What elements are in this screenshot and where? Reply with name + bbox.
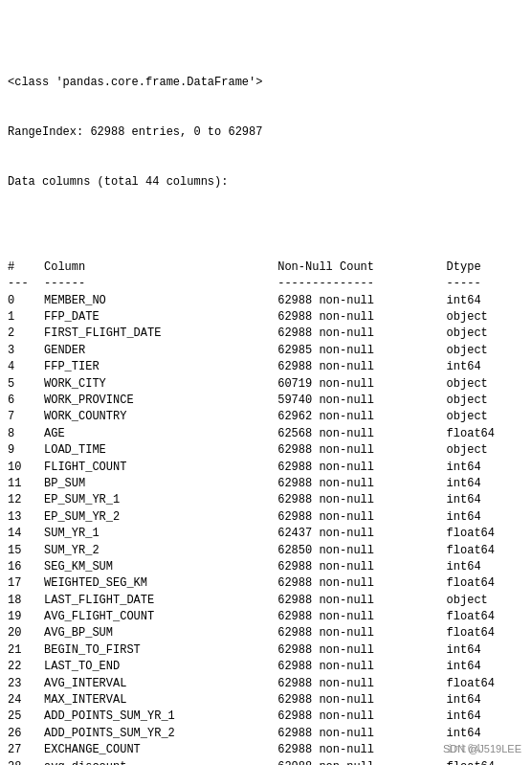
cell-dtype: float64 [447,609,524,625]
cell-index: 10 [8,460,44,476]
cell-non-null-count: 62988 non-null [277,460,446,476]
table-row: 17 WEIGHTED_SEG_KM 62988 non-null float6… [8,575,524,592]
header-line2: RangeIndex: 62988 entries, 0 to 62987 [8,124,524,141]
cell-dtype: float64 [447,575,524,592]
cell-index: 4 [8,359,44,375]
cell-dtype: int64 [447,359,524,375]
cell-column-name: avg_discount [44,759,277,765]
cell-non-null-count: 62988 non-null [277,326,446,342]
cell-dtype: float64 [447,526,524,542]
table-row: 0 MEMBER_NO 62988 non-null int64 [8,293,524,309]
cell-index: 2 [8,326,44,342]
cell-non-null-count: 60719 non-null [277,376,446,393]
cell-index: 8 [8,426,44,442]
cell-column-name: GENDER [44,343,277,359]
table-row: 26 ADD_POINTS_SUM_YR_2 62988 non-null in… [8,726,524,742]
cell-column-name: WORK_PROVINCE [44,393,277,409]
cell-index: 18 [8,593,44,609]
cell-index: 0 [8,293,44,309]
cell-dtype: object [447,442,524,459]
table-row: 25 ADD_POINTS_SUM_YR_1 62988 non-null in… [8,709,524,725]
cell-index: 5 [8,376,44,393]
cell-non-null-count: 62988 non-null [277,676,446,692]
cell-dtype: object [447,326,524,342]
cell-non-null-count: 62988 non-null [277,309,446,326]
cell-column-name: EP_SUM_YR_1 [44,492,277,508]
cell-non-null-count: 62988 non-null [277,659,446,675]
table-row: 24 MAX_INTERVAL 62988 non-null int64 [8,692,524,709]
table-row: 28 avg_discount 62988 non-null float64 [8,759,524,765]
cell-index: 24 [8,692,44,709]
output-container: <class 'pandas.core.frame.DataFrame'> Ra… [8,8,524,765]
cell-column-name: LOAD_TIME [44,442,277,459]
cell-non-null-count: 62988 non-null [277,642,446,659]
cell-non-null-count: 62985 non-null [277,343,446,359]
header-line3: Data columns (total 44 columns): [8,174,524,191]
cell-non-null-count: 62437 non-null [277,526,446,542]
table-row: 8 AGE 62568 non-null float64 [8,426,524,442]
cell-column-name: MEMBER_NO [44,293,277,309]
dataframe-table: # Column Non-Null Count Dtype --- ------… [8,259,524,765]
cell-index: 23 [8,676,44,692]
cell-dtype: int64 [447,726,524,742]
column-headers: # Column Non-Null Count Dtype [8,259,524,276]
cell-non-null-count: 62988 non-null [277,726,446,742]
cell-dtype: object [447,393,524,409]
sep-dtype: ----- [447,276,524,292]
sep-column: ------ [44,276,277,292]
table-row: 4 FFP_TIER 62988 non-null int64 [8,359,524,375]
header-line1: <class 'pandas.core.frame.DataFrame'> [8,75,524,91]
table-row: 1 FFP_DATE 62988 non-null object [8,309,524,326]
cell-dtype: object [447,343,524,359]
cell-index: 7 [8,409,44,425]
table-body: 0 MEMBER_NO 62988 non-null int64 1 FFP_D… [8,293,524,765]
cell-dtype: int64 [447,460,524,476]
table-row: 12 EP_SUM_YR_1 62988 non-null int64 [8,492,524,508]
table-row: 13 EP_SUM_YR_2 62988 non-null int64 [8,509,524,526]
table-row: 11 BP_SUM 62988 non-null int64 [8,476,524,492]
cell-dtype: object [447,376,524,393]
cell-column-name: MAX_INTERVAL [44,692,277,709]
cell-column-name: FFP_DATE [44,309,277,326]
cell-non-null-count: 62988 non-null [277,593,446,609]
table-row: 9 LOAD_TIME 62988 non-null object [8,442,524,459]
cell-non-null-count: 62988 non-null [277,575,446,592]
table-row: 2 FIRST_FLIGHT_DATE 62988 non-null objec… [8,326,524,342]
cell-index: 20 [8,625,44,641]
table-row: 14 SUM_YR_1 62437 non-null float64 [8,526,524,542]
table-row: 22 LAST_TO_END 62988 non-null int64 [8,659,524,675]
sep-count: -------------- [277,276,446,292]
cell-dtype: int64 [447,509,524,526]
table-row: 21 BEGIN_TO_FIRST 62988 non-null int64 [8,642,524,659]
cell-column-name: WORK_COUNTRY [44,409,277,425]
cell-index: 16 [8,559,44,575]
cell-dtype: float64 [447,543,524,559]
table-row: 23 AVG_INTERVAL 62988 non-null float64 [8,676,524,692]
cell-index: 28 [8,759,44,765]
cell-column-name: BEGIN_TO_FIRST [44,642,277,659]
table-row: 19 AVG_FLIGHT_COUNT 62988 non-null float… [8,609,524,625]
cell-non-null-count: 62988 non-null [277,476,446,492]
cell-index: 1 [8,309,44,326]
watermark-label: SDN @J519LEE [440,742,524,755]
header-column: Column [44,259,277,276]
cell-dtype: int64 [447,492,524,508]
cell-column-name: FFP_TIER [44,359,277,375]
cell-non-null-count: 62988 non-null [277,709,446,725]
cell-non-null-count: 62988 non-null [277,509,446,526]
cell-index: 15 [8,543,44,559]
cell-index: 12 [8,492,44,508]
cell-non-null-count: 62988 non-null [277,609,446,625]
cell-index: 22 [8,659,44,675]
cell-non-null-count: 62988 non-null [277,692,446,709]
cell-non-null-count: 62988 non-null [277,442,446,459]
cell-dtype: int64 [447,476,524,492]
cell-index: 19 [8,609,44,625]
cell-column-name: SUM_YR_2 [44,543,277,559]
cell-dtype: int64 [447,692,524,709]
cell-non-null-count: 62988 non-null [277,559,446,575]
cell-dtype: int64 [447,709,524,725]
cell-index: 26 [8,726,44,742]
cell-column-name: BP_SUM [44,476,277,492]
cell-index: 14 [8,526,44,542]
